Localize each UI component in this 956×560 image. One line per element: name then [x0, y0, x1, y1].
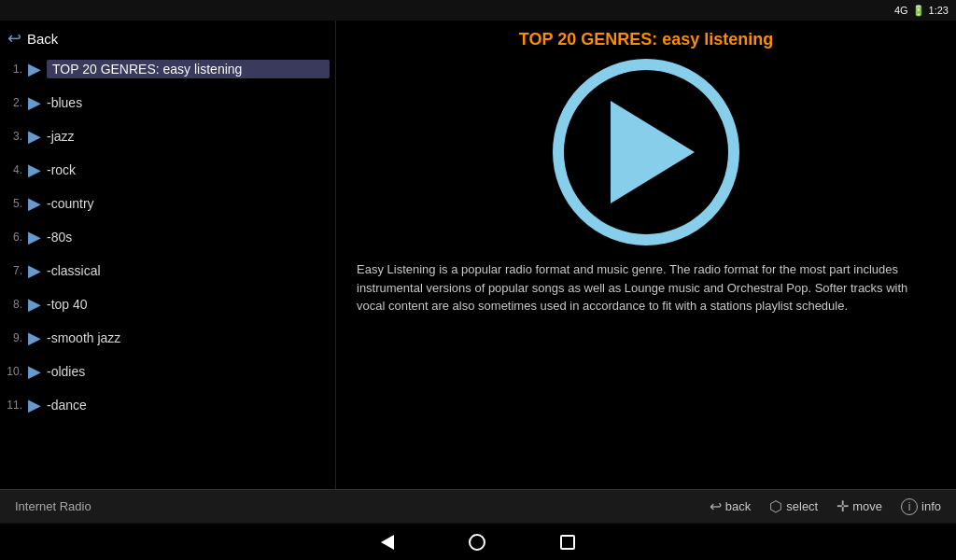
item-label: -smooth jazz — [47, 330, 120, 345]
play-icon: ▶ — [28, 126, 41, 147]
android-back-button[interactable] — [381, 535, 394, 550]
item-number: 3. — [6, 130, 22, 143]
select-nav-label: select — [786, 499, 818, 513]
battery-icon: 🔋 — [912, 5, 925, 17]
play-button[interactable] — [553, 59, 739, 245]
list-item[interactable]: 1.▶TOP 20 GENRES: easy listening — [0, 52, 335, 86]
item-label: -dance — [47, 398, 87, 413]
android-home-icon — [469, 534, 485, 551]
play-icon: ▶ — [28, 328, 41, 348]
back-button[interactable]: ↩ Back — [0, 24, 335, 52]
back-nav-action[interactable]: ↩ back — [710, 497, 751, 515]
genre-list: 1.▶TOP 20 GENRES: easy listening2.▶-blue… — [0, 52, 335, 422]
item-number: 8. — [6, 298, 22, 311]
item-number: 11. — [6, 399, 22, 412]
info-nav-icon: i — [901, 498, 918, 515]
android-nav-bar — [0, 523, 956, 560]
time-display: 1:23 — [929, 5, 949, 16]
item-number: 1. — [6, 63, 22, 76]
play-icon: ▶ — [28, 92, 41, 113]
back-label: Back — [27, 31, 58, 47]
move-nav-action[interactable]: ✛ move — [836, 497, 882, 515]
list-item[interactable]: 5.▶-country — [0, 187, 335, 220]
play-icon: ▶ — [28, 260, 41, 281]
play-icon: ▶ — [28, 59, 41, 79]
play-icon: ▶ — [28, 395, 41, 415]
signal-indicator: 4G — [894, 5, 908, 16]
android-recents-button[interactable] — [560, 535, 575, 550]
play-icon: ▶ — [28, 361, 41, 382]
item-label: -classical — [47, 263, 101, 278]
right-panel-title: TOP 20 GENRES: easy listening — [519, 30, 773, 49]
list-item[interactable]: 9.▶-smooth jazz — [0, 321, 335, 355]
item-label: TOP 20 GENRES: easy listening — [47, 60, 330, 78]
item-number: 10. — [6, 365, 22, 378]
item-label: -top 40 — [47, 297, 88, 312]
item-label: -blues — [47, 95, 82, 110]
play-icon: ▶ — [28, 294, 41, 315]
back-nav-label: back — [725, 499, 751, 513]
play-icon: ▶ — [28, 227, 41, 247]
list-item[interactable]: 6.▶-80s — [0, 220, 335, 254]
list-item[interactable]: 11.▶-dance — [0, 388, 335, 422]
play-triangle-icon — [611, 101, 695, 203]
right-panel: TOP 20 GENRES: easy listening Easy Liste… — [336, 21, 956, 489]
item-number: 9. — [6, 331, 22, 344]
back-nav-icon: ↩ — [710, 497, 722, 515]
item-number: 6. — [6, 231, 22, 244]
main-content: ↩ Back 1.▶TOP 20 GENRES: easy listening2… — [0, 21, 956, 489]
item-label: -oldies — [47, 364, 85, 379]
android-home-button[interactable] — [469, 534, 485, 551]
info-nav-action[interactable]: i info — [901, 498, 941, 515]
select-nav-icon: ⬡ — [769, 497, 782, 515]
item-number: 7. — [6, 264, 22, 277]
play-icon: ▶ — [28, 193, 41, 214]
back-arrow-icon: ↩ — [7, 28, 21, 49]
info-nav-label: info — [921, 499, 941, 513]
list-item[interactable]: 2.▶-blues — [0, 86, 335, 119]
android-recents-icon — [560, 535, 575, 550]
status-icons: 4G 🔋 1:23 — [894, 5, 949, 17]
list-item[interactable]: 10.▶-oldies — [0, 355, 335, 388]
item-number: 4. — [6, 163, 22, 176]
item-label: -80s — [47, 230, 72, 245]
select-nav-action[interactable]: ⬡ select — [769, 497, 818, 515]
item-label: -jazz — [47, 129, 75, 144]
item-label: -rock — [47, 162, 76, 177]
left-panel: ↩ Back 1.▶TOP 20 GENRES: easy listening2… — [0, 21, 336, 489]
move-nav-label: move — [852, 499, 882, 513]
android-back-icon — [381, 535, 394, 550]
item-number: 2. — [6, 96, 22, 109]
list-item[interactable]: 4.▶-rock — [0, 153, 335, 187]
app-name: Internet Radio — [15, 499, 91, 513]
item-label: -country — [47, 196, 94, 211]
status-bar: 4G 🔋 1:23 — [0, 0, 956, 21]
list-item[interactable]: 8.▶-top 40 — [0, 287, 335, 321]
play-icon: ▶ — [28, 160, 41, 180]
list-item[interactable]: 7.▶-classical — [0, 254, 335, 287]
bottom-nav-bar: Internet Radio ↩ back ⬡ select ✛ move i … — [0, 489, 956, 523]
play-button-container[interactable] — [543, 59, 749, 245]
list-item[interactable]: 3.▶-jazz — [0, 119, 335, 153]
item-number: 5. — [6, 197, 22, 210]
description-text: Easy Listening is a popular radio format… — [357, 260, 935, 315]
move-nav-icon: ✛ — [836, 497, 849, 515]
